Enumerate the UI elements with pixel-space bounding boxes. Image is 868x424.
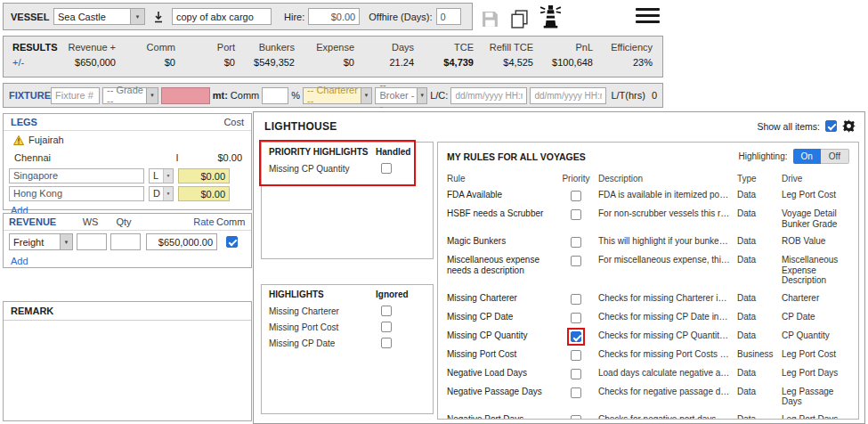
rate-input[interactable] — [146, 233, 217, 250]
priority-checkbox[interactable] — [571, 415, 581, 420]
rules-header: MY RULES FOR ALL VOYAGES Highlighting: O… — [438, 143, 858, 166]
rule-name: Missing CP Date — [447, 312, 554, 322]
rule-description: For miscellaneous expense, this r... — [598, 255, 734, 265]
result-value: $4,525 — [480, 57, 533, 68]
rule-description: This will highlight if your bunker R... — [598, 236, 734, 247]
leg-port-input[interactable] — [9, 168, 144, 183]
results-sign-toggle[interactable]: +/- — [12, 57, 62, 68]
leg-type-select[interactable]: L▼ — [149, 168, 174, 183]
rule-description: FDA is available in itemized port c... — [598, 190, 734, 200]
rule-description: Checks for missing Charterer in Fi... — [598, 293, 734, 304]
rate-column-header[interactable]: Rate — [144, 216, 215, 227]
priority-checkbox[interactable] — [571, 369, 581, 379]
revenue-type-select[interactable]: Freight▼ — [9, 233, 73, 250]
comm-column-header: Comm — [216, 216, 246, 227]
remark-textarea[interactable] — [4, 321, 251, 419]
rule-type: Data — [737, 236, 778, 247]
menu-button[interactable] — [636, 8, 660, 23]
handled-checkbox[interactable] — [381, 163, 392, 174]
revenue-row: Freight▼ — [4, 231, 251, 253]
priority-checkbox[interactable] — [571, 209, 581, 220]
lighthouse-button[interactable] — [539, 4, 562, 29]
ignored-checkbox[interactable] — [381, 306, 392, 316]
chevron-down-icon: ▼ — [361, 88, 372, 103]
priority-checkbox[interactable] — [571, 331, 581, 342]
priority-checkbox[interactable] — [571, 237, 581, 248]
rule-priority-cell — [557, 387, 595, 398]
vessel-dropdown-button[interactable]: ▼ — [130, 8, 145, 25]
leg-type-select-value: L — [153, 170, 158, 181]
result-header: Refill TCE — [480, 42, 533, 53]
result-column: Comm $0 — [122, 42, 182, 77]
settings-gear-icon[interactable] — [842, 119, 856, 133]
priority-checkbox[interactable] — [571, 256, 581, 266]
comm-percent-input[interactable] — [262, 87, 288, 104]
fixture-panel: FIXTURE -- Grade --▼ mt: Comm % -- Chart… — [3, 83, 663, 108]
leg-cost-field[interactable]: $0.00 — [178, 186, 230, 201]
rule-type: Data — [737, 255, 778, 265]
highlights-panel: HIGHLIGHTS Ignored Missing Charterer Mis… — [261, 284, 434, 414]
revenue-title: REVENUE — [9, 216, 76, 227]
result-value: $4,739 — [420, 57, 474, 68]
lighthouse-panel: LIGHTHOUSE Show all items: PRIORITY HIGH… — [253, 111, 865, 424]
revenue-type-value: Freight — [13, 237, 44, 248]
vessel-combobox[interactable]: ▼ — [53, 8, 145, 25]
leg-port-input[interactable] — [9, 186, 144, 201]
broker-select-value: -- Broker -- — [379, 79, 417, 111]
laycan-from-input[interactable] — [450, 87, 527, 104]
save-button[interactable] — [481, 10, 499, 29]
cargo-name-input[interactable] — [172, 8, 272, 25]
chevron-down-icon: ▼ — [60, 234, 72, 249]
offhire-days-label: Offhire (Days): — [369, 12, 432, 22]
leg-cost-field[interactable]: $0.00 — [178, 168, 230, 183]
ws-input[interactable] — [77, 233, 107, 250]
highlighting-on-button[interactable]: On — [793, 149, 821, 164]
chevron-down-icon: ▼ — [417, 88, 426, 103]
grade-select[interactable]: -- Grade --▼ — [102, 87, 158, 104]
priority-highlights-list: Missing CP Quantity — [262, 160, 433, 176]
copy-voyage-button[interactable] — [511, 10, 528, 29]
priority-checkbox[interactable] — [571, 191, 581, 201]
revenue-comm-checkbox[interactable] — [226, 236, 238, 248]
rule-name: Missing CP Quantity — [447, 330, 554, 341]
result-value: $0 — [182, 57, 235, 68]
highlighting-off-button[interactable]: Off — [821, 149, 849, 164]
broker-select[interactable]: -- Broker --▼ — [375, 87, 427, 104]
qty-input[interactable] — [110, 233, 141, 250]
leg-port-name: Chennai — [14, 152, 51, 163]
lighthouse-title: LIGHTHOUSE — [264, 120, 337, 133]
leg-row: L▼ $0.00 — [4, 167, 251, 184]
rule-priority-cell — [557, 208, 595, 220]
fixture-number-input[interactable] — [51, 87, 100, 104]
priority-checkbox[interactable] — [571, 387, 581, 398]
show-all-items-checkbox[interactable] — [825, 120, 837, 132]
priority-checkbox[interactable] — [571, 294, 581, 305]
cp-quantity-input[interactable] — [161, 87, 210, 104]
ignored-checkbox[interactable] — [381, 338, 392, 348]
result-column: Efficiency 23% — [599, 42, 659, 77]
hire-input[interactable] — [308, 8, 360, 25]
result-header: Efficiency — [599, 42, 653, 53]
charterer-select-value: -- Charterer -- — [307, 85, 361, 106]
laycan-label: L/C: — [430, 90, 448, 101]
rule-priority-cell — [557, 330, 595, 342]
offhire-days-input[interactable] — [436, 8, 461, 25]
remark-title: REMARK — [4, 302, 251, 321]
priority-highlights-header: PRIORITY HIGHLIGHTS Handled — [262, 143, 433, 160]
comm-label: Comm — [231, 90, 259, 101]
download-icon — [153, 11, 164, 23]
charterer-select[interactable]: -- Charterer --▼ — [303, 87, 372, 104]
download-button[interactable] — [150, 8, 167, 26]
priority-checkbox[interactable] — [571, 350, 581, 361]
revenue-header: REVENUE WS Qty Rate Comm — [4, 214, 251, 231]
laytime-label: L/T(hrs) — [611, 90, 645, 101]
rule-drive: Leg Port Cost — [782, 349, 849, 360]
rule-name: FDA Available — [447, 190, 554, 200]
laycan-to-input[interactable] — [530, 87, 606, 104]
leg-type-select[interactable]: D▼ — [149, 186, 174, 201]
add-revenue-link[interactable]: Add — [4, 253, 36, 269]
highlight-name: Missing CP Date — [269, 338, 376, 348]
priority-checkbox[interactable] — [571, 313, 581, 323]
ignored-checkbox[interactable] — [381, 322, 392, 332]
vessel-input[interactable] — [53, 8, 130, 25]
